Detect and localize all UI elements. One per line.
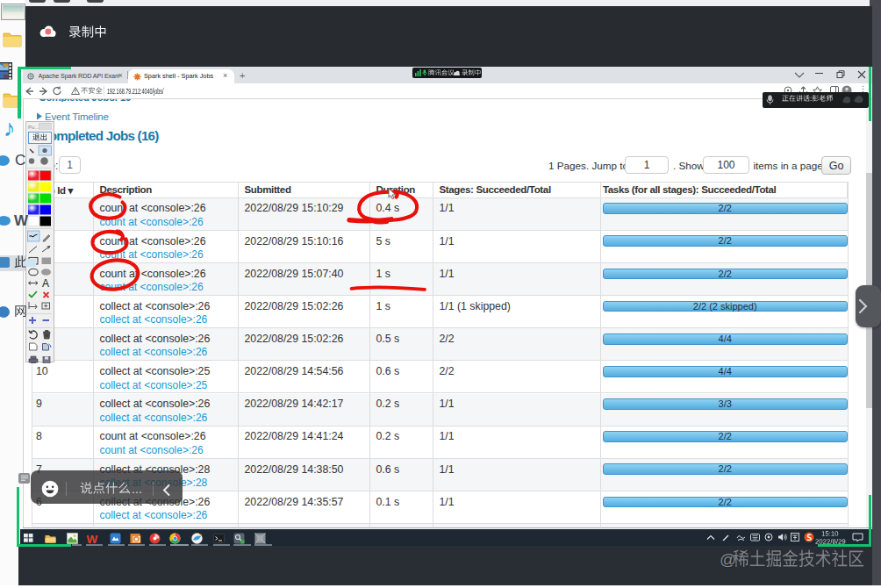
svg-text:Po...: Po... xyxy=(28,125,39,130)
svg-text:A: A xyxy=(42,277,49,290)
svg-text:W: W xyxy=(87,533,98,544)
